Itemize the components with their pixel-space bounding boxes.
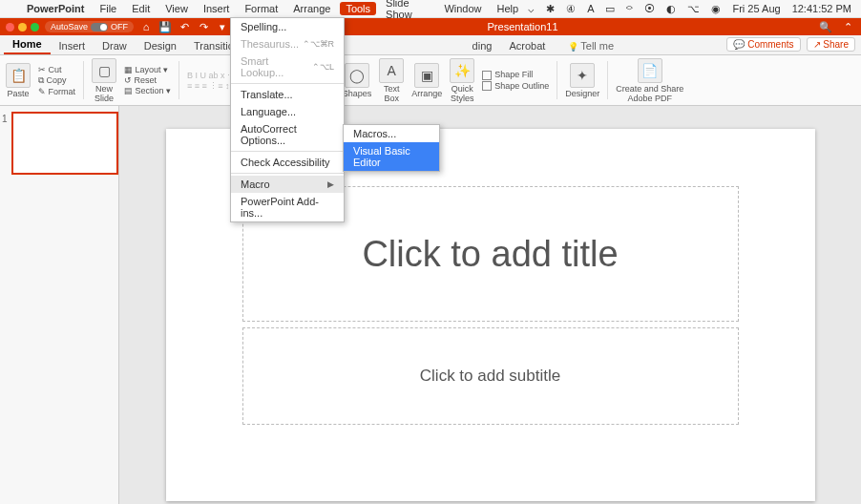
keyboard-icon[interactable]: A	[583, 3, 598, 14]
tab-acrobat[interactable]: Acrobat	[500, 37, 554, 54]
menu-window[interactable]: Window	[438, 2, 487, 15]
share-button[interactable]: ↗ Share	[807, 37, 855, 52]
battery-icon[interactable]: ▭	[601, 3, 619, 15]
comments-button[interactable]: 💬 Comments	[726, 37, 800, 52]
dropdown-icon[interactable]: ▾	[216, 20, 229, 33]
menu-help[interactable]: Help	[492, 2, 525, 15]
shapes-button[interactable]: ◯Shapes	[343, 63, 372, 98]
shape-outline-button[interactable]: Shape Outline	[482, 81, 549, 92]
bluetooth-icon[interactable]: ⌵	[524, 3, 538, 15]
traffic-lights	[6, 23, 39, 32]
shape-fill-button[interactable]: Shape Fill	[482, 70, 549, 80]
redo-icon[interactable]: ↷	[197, 20, 210, 33]
slide-thumbnail-1[interactable]: 1	[11, 112, 118, 175]
asterisk-icon[interactable]: ✱	[542, 3, 558, 15]
tools-accessibility[interactable]: Check Accessibility	[231, 154, 344, 171]
new-slide-button[interactable]: ▢New Slide	[92, 58, 116, 103]
close-window-button[interactable]	[6, 23, 14, 32]
tab-insert[interactable]: Insert	[51, 37, 94, 54]
tools-addins[interactable]: PowerPoint Add-ins...	[231, 193, 344, 221]
tools-spelling[interactable]: Spelling...	[231, 18, 344, 35]
chevron-right-icon: ▶	[327, 179, 334, 189]
undo-icon[interactable]: ↶	[178, 20, 191, 33]
home-icon[interactable]: ⌂	[139, 20, 153, 33]
slide-thumbnail-panel[interactable]: 1	[0, 106, 119, 504]
menu-slideshow[interactable]: Slide Show	[380, 0, 434, 21]
spotlight-icon[interactable]: ⦿	[640, 3, 659, 14]
tools-translate[interactable]: Translate...	[231, 86, 344, 103]
zoom-window-button[interactable]	[31, 23, 39, 32]
tools-smartlookup: Smart Lookup...⌃⌥L	[231, 52, 344, 81]
ribbon-toggle-icon[interactable]: ⌃	[841, 21, 855, 33]
wifi-icon[interactable]: ⌔	[622, 3, 637, 14]
menu-edit[interactable]: Edit	[126, 2, 156, 15]
tools-autocorrect[interactable]: AutoCorrect Options...	[231, 120, 344, 149]
tab-design[interactable]: Design	[136, 37, 185, 54]
para-group-disabled: ≡ ≡ ≡ ⋮≡ ↕	[187, 81, 236, 91]
paste-button[interactable]: 📋Paste	[6, 63, 31, 98]
tab-home[interactable]: Home	[4, 35, 51, 54]
control-center-icon[interactable]: ⌥	[683, 3, 704, 15]
font-group-disabled: B I U ab x ⋯	[187, 71, 236, 80]
tools-macro[interactable]: Macro▶	[231, 176, 344, 193]
mac-menubar: PowerPoint File Edit View Insert Format …	[0, 0, 861, 18]
macro-submenu: Macros... Visual Basic Editor	[343, 124, 440, 172]
menubar-status: ⌵ ✱ ④ A ▭ ⌔ ⦿ ◐ ⌥ ◉ Fri 25 Aug 12:41:52 …	[524, 3, 855, 15]
tools-thesaurus: Thesaurus...⌃⌥⌘R	[231, 35, 344, 52]
menu-file[interactable]: File	[94, 2, 123, 15]
arrange-button[interactable]: ▣Arrange	[411, 63, 442, 98]
menu-arrange[interactable]: Arrange	[287, 2, 336, 15]
quick-styles-button[interactable]: ✨Quick Styles	[450, 58, 474, 103]
menu-insert[interactable]: Insert	[198, 2, 236, 15]
menu-tools[interactable]: Tools	[340, 2, 376, 15]
cut-button[interactable]: ✂ Cut	[38, 65, 75, 74]
reset-button[interactable]: ↺ Reset	[124, 75, 171, 85]
designer-button[interactable]: ✦Designer	[565, 63, 599, 98]
adobe-pdf-button[interactable]: 📄Create and Share Adobe PDF	[616, 58, 683, 103]
slide-number: 1	[2, 114, 8, 124]
ribbon-home: 📋Paste ✂ Cut ⧉ Copy ✎ Format ▢New Slide …	[0, 55, 861, 106]
tell-me-search[interactable]: Tell me	[559, 37, 622, 54]
menu-view[interactable]: View	[159, 2, 194, 15]
menubar-time[interactable]: 12:41:52 PM	[788, 3, 855, 14]
user-icon[interactable]: ◐	[662, 3, 680, 15]
tools-language[interactable]: Language...	[231, 103, 344, 120]
ribbon-tabs: Home Insert Draw Design Transitions Anim…	[0, 35, 861, 55]
copy-button[interactable]: ⧉ Copy	[38, 75, 75, 86]
menubar-date[interactable]: Fri 25 Aug	[728, 3, 784, 14]
clock-icon[interactable]: ④	[562, 3, 579, 15]
menu-format[interactable]: Format	[239, 2, 284, 15]
siri-icon[interactable]: ◉	[707, 3, 724, 15]
app-menu[interactable]: PowerPoint	[21, 2, 91, 15]
textbox-button[interactable]: AText Box	[379, 58, 404, 103]
autosave-toggle[interactable]: AutoSaveOFF	[45, 21, 134, 32]
subtitle-placeholder[interactable]: Click to add subtitle	[242, 327, 739, 425]
minimize-window-button[interactable]	[18, 23, 27, 32]
macro-macros[interactable]: Macros...	[344, 125, 439, 142]
macro-vbe[interactable]: Visual Basic Editor	[344, 142, 439, 171]
tools-dropdown: Spelling... Thesaurus...⌃⌥⌘R Smart Looku…	[230, 17, 345, 222]
tab-recording[interactable]: ding	[464, 37, 501, 54]
tab-draw[interactable]: Draw	[94, 37, 136, 54]
search-icon[interactable]: 🔍	[816, 21, 835, 33]
section-button[interactable]: ▤ Section ▾	[124, 86, 171, 95]
save-icon[interactable]: 💾	[158, 20, 172, 33]
format-painter-button[interactable]: ✎ Format	[38, 87, 75, 96]
layout-button[interactable]: ▦ Layout ▾	[124, 65, 171, 74]
